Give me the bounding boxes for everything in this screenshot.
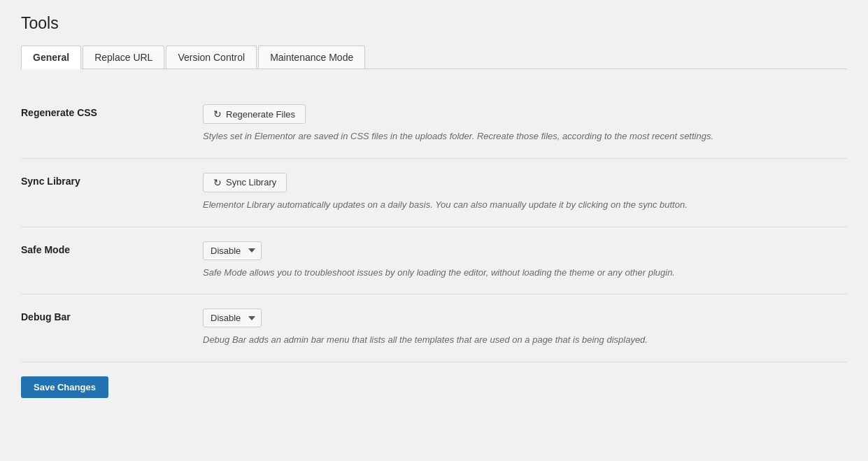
- help-text-debug-bar: Debug Bar adds an admin bar menu that li…: [203, 333, 832, 348]
- control-safe-mode: Disable Enable Safe Mode allows you to t…: [203, 241, 847, 281]
- control-debug-bar: Disable Enable Debug Bar adds an admin b…: [203, 308, 847, 348]
- tab-replace-url[interactable]: Replace URL: [83, 45, 164, 69]
- settings-row-safe-mode: Safe Mode Disable Enable Safe Mode allow…: [21, 227, 847, 295]
- tab-general[interactable]: General: [21, 45, 81, 69]
- settings-row-regenerate-css: Regenerate CSS ↻ Regenerate Files Styles…: [21, 90, 847, 158]
- safe-mode-select[interactable]: Disable Enable: [203, 241, 262, 260]
- content-area: Regenerate CSS ↻ Regenerate Files Styles…: [21, 69, 847, 419]
- label-regenerate-css: Regenerate CSS: [21, 104, 203, 118]
- regenerate-files-label: Regenerate Files: [226, 109, 295, 120]
- debug-bar-select-wrapper: Disable Enable: [203, 308, 262, 327]
- page-title: Tools: [21, 14, 847, 33]
- label-sync-library: Sync Library: [21, 173, 203, 187]
- help-text-regenerate-css: Styles set in Elementor are saved in CSS…: [203, 129, 832, 144]
- safe-mode-select-wrapper: Disable Enable: [203, 241, 262, 260]
- sync-icon-library: ↻: [213, 177, 222, 188]
- label-safe-mode: Safe Mode: [21, 241, 203, 255]
- tab-version-control[interactable]: Version Control: [166, 45, 257, 69]
- control-sync-library: ↻ Sync Library Elementor Library automat…: [203, 173, 847, 213]
- settings-row-sync-library: Sync Library ↻ Sync Library Elementor Li…: [21, 159, 847, 227]
- debug-bar-select[interactable]: Disable Enable: [203, 308, 262, 327]
- sync-library-label: Sync Library: [226, 177, 276, 187]
- tabs-navigation: General Replace URL Version Control Main…: [21, 45, 847, 69]
- regenerate-files-button[interactable]: ↻ Regenerate Files: [203, 104, 306, 124]
- help-text-safe-mode: Safe Mode allows you to troubleshoot iss…: [203, 266, 832, 281]
- sync-icon-regenerate: ↻: [213, 108, 222, 120]
- sync-library-button[interactable]: ↻ Sync Library: [203, 173, 287, 192]
- tab-maintenance-mode[interactable]: Maintenance Mode: [258, 45, 365, 69]
- control-regenerate-css: ↻ Regenerate Files Styles set in Element…: [203, 104, 847, 144]
- label-debug-bar: Debug Bar: [21, 308, 203, 322]
- settings-row-debug-bar: Debug Bar Disable Enable Debug Bar adds …: [21, 295, 847, 362]
- help-text-sync-library: Elementor Library automatically updates …: [203, 198, 832, 213]
- save-changes-button[interactable]: Save Changes: [21, 376, 108, 398]
